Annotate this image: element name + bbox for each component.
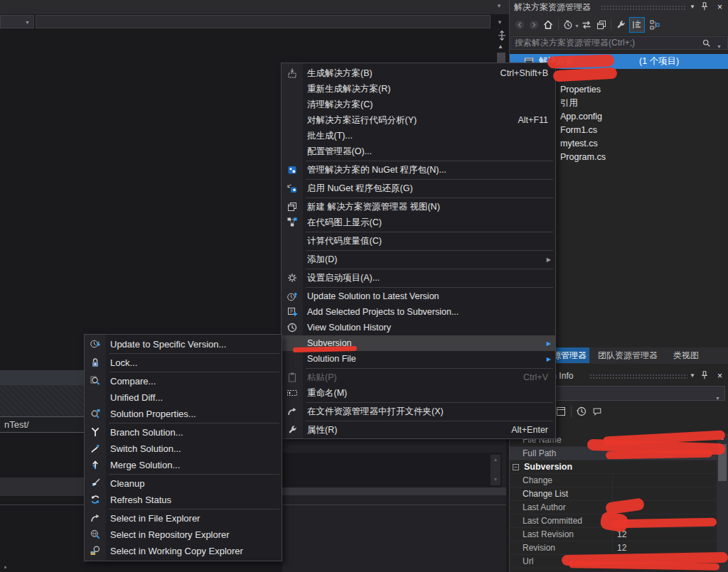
window-position-icon[interactable]: ▼ [690, 0, 695, 14]
menu-separator [306, 161, 553, 161]
preview-selected-icon[interactable] [615, 19, 626, 31]
submenu-item-branch-solution[interactable]: Branch Solution... [85, 424, 282, 441]
history-icon[interactable] [576, 406, 587, 417]
menu-separator [306, 287, 553, 288]
scroll-up-icon[interactable]: ▲ [491, 455, 500, 465]
menu-item-add[interactable]: 添加(D)▶ [282, 252, 555, 267]
tab-class-view[interactable]: 类视图 [666, 347, 706, 363]
pin-icon[interactable] [700, 370, 710, 380]
menu-item-build-solution[interactable]: 生成解决方案(B)Ctrl+Shift+B [282, 65, 555, 81]
menu-item-properties[interactable]: 属性(R)Alt+Enter [282, 422, 555, 438]
update-latest-icon [287, 291, 298, 302]
menu-item-add-projects-to-subversion[interactable]: Add Selected Projects to Subversion... [282, 304, 555, 320]
vs-window: ▼ ▼ ▼ ▲ nTest/ ▲ ▼ 解决方案资源管理器 ▼ × ▼ [0, 0, 728, 572]
menu-item-open-folder-in-file-explorer[interactable]: 在文件资源管理器中打开文件夹(X) [282, 404, 555, 419]
pin-icon[interactable] [700, 1, 710, 11]
back-icon[interactable] [514, 19, 525, 31]
scroll-up-icon[interactable]: ▲ [498, 43, 503, 50]
forward-icon[interactable] [528, 19, 540, 31]
menu-item-view-solution-history[interactable]: View Solution History [282, 320, 555, 335]
rename-icon [287, 387, 298, 399]
submenu-arrow-icon: ▶ [547, 340, 551, 347]
editor-scrollbar-thumb[interactable] [497, 53, 505, 63]
editor-nav-dropdown[interactable]: ▼ [0, 15, 34, 28]
panel-title: 解决方案资源管理器 [514, 2, 591, 12]
pending-changes-filter-icon[interactable] [562, 19, 574, 31]
solution-context-menu: 生成解决方案(B)Ctrl+Shift+B 重新生成解决方案(R) 清理解决方案… [281, 63, 556, 439]
background-band [282, 487, 506, 495]
sync-with-active-document-icon[interactable] [581, 19, 592, 31]
home-icon[interactable] [542, 19, 554, 31]
menu-item-paste[interactable]: 粘贴(P)Ctrl+V [282, 369, 555, 385]
show-all-files-icon[interactable] [649, 19, 660, 31]
menu-item-update-solution-latest[interactable]: Update Solution to Latest Version [282, 288, 555, 304]
menu-separator [306, 421, 553, 421]
solution-explorer-search[interactable]: 搜索解决方案资源管理器(Ctrl+;) ▼ [510, 36, 728, 50]
menu-item-enable-nuget-restore[interactable]: 启用 NuGet 程序包还原(G) [282, 180, 555, 196]
compare-icon [90, 375, 101, 387]
collapse-box-icon[interactable]: − [513, 464, 519, 470]
scroll-down-icon[interactable]: ▼ [491, 475, 500, 485]
merge-icon [90, 459, 101, 470]
switch-icon [90, 443, 101, 454]
tab-team-explorer[interactable]: 团队资源管理器 [592, 347, 663, 363]
menu-item-solution-file[interactable]: Solution File▶ [282, 351, 555, 367]
nav-dropdown-icon[interactable]: ▼ [497, 19, 503, 26]
file-explorer-icon [90, 512, 101, 524]
new-view-icon [287, 201, 298, 212]
property-row[interactable]: Change [510, 474, 717, 487]
window-dropdown-icon[interactable]: ▼ [496, 3, 502, 9]
menu-item-manage-nuget[interactable]: 管理解决方案的 NuGet 程序包(N)... [282, 162, 555, 178]
menu-item-clean-solution[interactable]: 清理解决方案(C) [282, 97, 555, 112]
submenu-item-refresh-status[interactable]: Refresh Status [85, 492, 282, 508]
submenu-item-update-specific-version[interactable]: Update to Specific Version... [85, 336, 282, 352]
menu-item-show-on-code-map[interactable]: 在代码图上显示(C) [282, 215, 555, 230]
editor-nav-bar[interactable] [36, 15, 491, 28]
menu-item-new-solution-explorer-view[interactable]: 新建 解决方案资源管理器 视图(N) [282, 199, 555, 215]
background-path-row: nTest/ [0, 416, 84, 433]
solution-explorer-toolbar: ▼ [510, 14, 728, 36]
property-category-row[interactable]: −Subversion [510, 460, 717, 474]
collapse-all-button[interactable] [629, 17, 645, 33]
submenu-item-select-in-working-copy-explorer[interactable]: Select in Working Copy Explorer [85, 543, 282, 559]
submenu-item-select-in-repository-explorer[interactable]: Select in Repository Explorer [85, 527, 282, 543]
menu-item-batch-build[interactable]: 批生成(T)... [282, 128, 555, 144]
solution-explorer-titlebar[interactable]: 解决方案资源管理器 ▼ × [510, 0, 728, 14]
submenu-item-unified-diff[interactable]: Unified Diff... [85, 389, 282, 406]
splitter-handle-icon[interactable] [496, 30, 508, 41]
path-fragment: nTest/ [4, 419, 29, 430]
background-row-band [0, 477, 84, 496]
comment-icon[interactable] [592, 406, 602, 416]
search-placeholder: 搜索解决方案资源管理器(Ctrl+;) [515, 38, 635, 48]
gear-icon [287, 272, 298, 284]
menu-item-rename[interactable]: 重命名(M) [282, 385, 555, 401]
frame-icon[interactable] [555, 406, 567, 417]
submenu-item-cleanup[interactable]: Cleanup [85, 475, 282, 492]
submenu-item-lock[interactable]: Lock... [85, 355, 282, 371]
property-row[interactable]: Change List [510, 487, 717, 501]
menu-item-configuration-manager[interactable]: 配置管理器(O)... [282, 144, 555, 159]
refresh-icon [90, 494, 101, 505]
close-icon[interactable]: × [717, 0, 722, 14]
submenu-item-merge-solution[interactable]: Merge Solution... [85, 457, 282, 473]
submenu-item-solution-properties[interactable]: Solution Properties... [85, 406, 282, 422]
menu-separator [306, 250, 553, 251]
redaction-solution-name [547, 54, 615, 68]
chevron-down-icon[interactable]: ▼ [574, 23, 579, 28]
submenu-item-compare[interactable]: Compare... [85, 373, 282, 389]
submenu-item-switch-solution[interactable]: Switch Solution... [85, 441, 282, 457]
menu-item-run-code-analysis[interactable]: 对解决方案运行代码分析(Y)Alt+F11 [282, 112, 555, 128]
subversion-submenu: Update to Specific Version... Lock... Co… [84, 334, 282, 561]
menu-item-rebuild-solution[interactable]: 重新生成解决方案(R) [282, 81, 555, 97]
add-to-subversion-icon [287, 306, 298, 318]
window-position-icon[interactable]: ▼ [690, 369, 695, 383]
search-icon[interactable] [702, 38, 712, 48]
menu-separator [306, 368, 553, 369]
solution-properties-icon [90, 408, 101, 419]
background-scrollbar[interactable]: ▲ ▼ [491, 455, 500, 485]
close-icon[interactable]: × [717, 369, 722, 383]
menu-item-calculate-code-metrics[interactable]: 计算代码度量值(C) [282, 233, 555, 249]
menu-item-set-startup-projects[interactable]: 设置启动项目(A)... [282, 270, 555, 286]
properties-window-icon[interactable] [596, 19, 607, 31]
submenu-item-select-in-file-explorer[interactable]: Select in File Explorer [85, 510, 282, 527]
